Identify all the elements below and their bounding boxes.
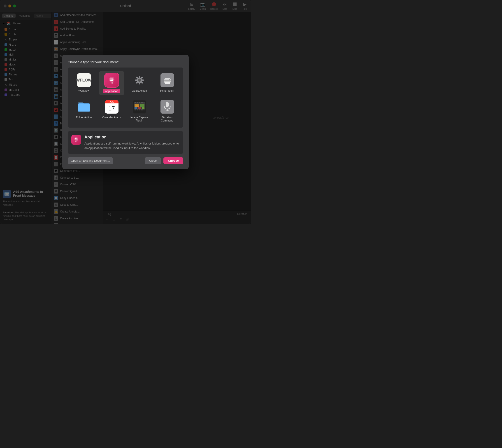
type-grid: WFLOW Workflow	[71, 71, 180, 124]
svg-rect-11	[139, 83, 140, 84]
svg-rect-50	[75, 140, 77, 140]
desc-text: Applications are self-running workflows.…	[84, 141, 180, 150]
image-capture-label: Image Capture Plugin	[129, 116, 150, 122]
svg-point-22	[169, 79, 170, 80]
svg-rect-24	[78, 104, 90, 112]
quick-action-icon	[133, 73, 146, 87]
folder-action-icon	[77, 100, 91, 113]
type-dictation[interactable]: Dictation Command	[155, 98, 180, 124]
type-workflow[interactable]: WFLOW Workflow	[71, 71, 96, 95]
type-image-capture[interactable]: Image Capture Plugin	[127, 98, 152, 124]
svg-rect-31	[143, 102, 144, 103]
application-icon	[105, 73, 119, 87]
print-plugin-icon	[160, 73, 174, 87]
type-print-plugin[interactable]: Print Plugin	[155, 71, 180, 95]
close-button[interactable]: Close	[145, 157, 161, 164]
svg-point-2	[110, 78, 113, 81]
type-application[interactable]: Application	[99, 71, 124, 95]
print-plugin-label: Print Plugin	[160, 89, 174, 92]
svg-rect-28	[137, 102, 138, 103]
app-window: Untitled ⊞ Library 📷 Media Record ⏭ Step	[0, 0, 251, 224]
modal-dialog: Choose a type for your document: WFLOW	[62, 55, 189, 169]
svg-rect-3	[110, 79, 111, 80]
application-icon-wrapper	[105, 73, 119, 87]
svg-rect-34	[135, 107, 137, 109]
svg-rect-49	[77, 138, 77, 139]
workflow-icon: WFLOW	[77, 73, 91, 87]
description-box: Application Applications are self-runnin…	[68, 131, 183, 154]
svg-rect-33	[140, 104, 144, 107]
svg-rect-40	[141, 110, 143, 111]
workflow-icon-wrapper: WFLOW	[77, 73, 91, 87]
svg-point-9	[138, 79, 141, 82]
svg-rect-37	[135, 110, 136, 111]
svg-rect-12	[135, 80, 137, 81]
modal-overlay: Choose a type for your document: WFLOW	[0, 0, 251, 224]
type-folder-action[interactable]: Folder Action	[71, 98, 96, 124]
calendar-alarm-icon-wrapper: JUL 17	[105, 100, 119, 114]
application-label: Application	[103, 89, 120, 93]
svg-rect-20	[165, 82, 170, 84]
svg-rect-48	[75, 138, 76, 139]
modal-right-buttons: Close Choose	[145, 157, 183, 164]
dictation-icon	[160, 100, 174, 113]
svg-rect-29	[139, 102, 141, 103]
calendar-alarm-label: Calendar Alarm	[102, 116, 121, 119]
svg-rect-41	[143, 110, 144, 111]
folder-action-label: Folder Action	[76, 116, 92, 119]
svg-rect-42	[166, 102, 169, 107]
svg-rect-4	[112, 79, 113, 80]
svg-rect-10	[139, 76, 140, 78]
cal-day: 17	[105, 103, 119, 113]
choose-button[interactable]: Choose	[163, 157, 183, 164]
svg-rect-39	[139, 110, 141, 111]
cal-month: JUL	[105, 100, 119, 103]
svg-rect-5	[110, 80, 113, 80]
desc-content: Application Applications are self-runnin…	[84, 135, 180, 150]
svg-rect-27	[135, 102, 136, 103]
svg-rect-52	[77, 141, 77, 142]
open-existing-button[interactable]: Open an Existing Document...	[68, 157, 113, 164]
image-capture-icon-wrapper	[132, 100, 147, 114]
print-plugin-icon-wrapper	[160, 73, 174, 87]
svg-rect-13	[142, 80, 144, 81]
calendar-alarm-icon: JUL 17	[105, 100, 119, 113]
svg-rect-7	[112, 82, 113, 83]
type-calendar-alarm[interactable]: JUL 17 Calendar Alarm	[99, 98, 124, 124]
desc-app-icon	[71, 135, 81, 145]
quick-action-icon-wrapper	[132, 73, 147, 87]
modal-footer: Open an Existing Document... Close Choos…	[68, 157, 183, 164]
dictation-label: Dictation Command	[157, 116, 178, 122]
modal-title: Choose a type for your document:	[68, 60, 183, 64]
folder-action-icon-wrapper	[77, 100, 91, 114]
workflow-label: Workflow	[78, 89, 89, 92]
type-quick-action[interactable]: Quick Action	[127, 71, 152, 95]
svg-rect-30	[141, 102, 143, 103]
dictation-icon-wrapper	[160, 100, 174, 114]
image-capture-icon	[133, 100, 146, 113]
svg-rect-38	[137, 110, 138, 111]
quick-action-label: Quick Action	[132, 89, 147, 92]
svg-rect-36	[142, 107, 144, 109]
svg-rect-51	[75, 141, 76, 142]
desc-title: Application	[84, 135, 180, 140]
svg-rect-6	[110, 82, 111, 83]
svg-rect-19	[165, 78, 170, 80]
svg-rect-35	[138, 107, 141, 109]
svg-rect-21	[164, 80, 171, 81]
type-grid-container: WFLOW Workflow	[68, 67, 183, 128]
